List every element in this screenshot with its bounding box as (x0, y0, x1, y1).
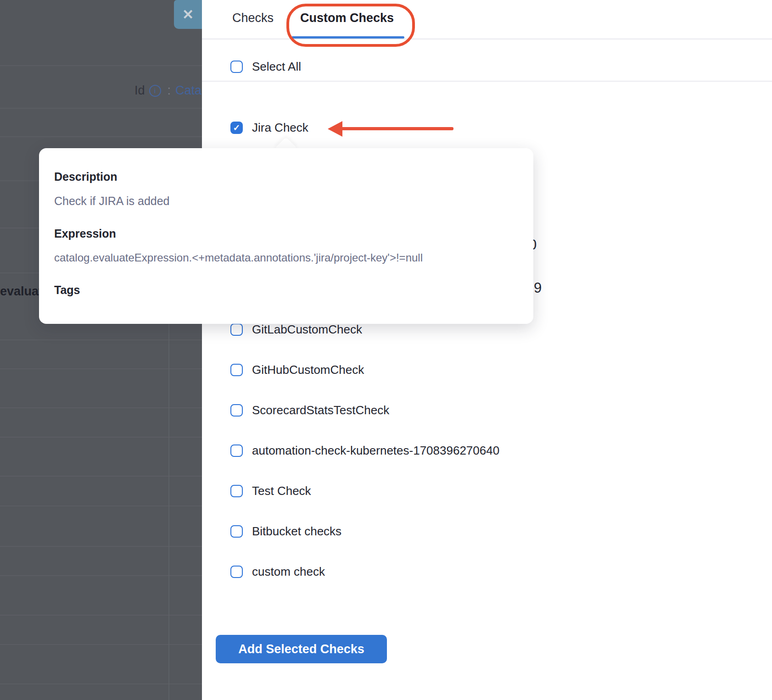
checkbox[interactable] (230, 566, 243, 578)
table-row-line (0, 615, 202, 616)
add-selected-checks-button[interactable]: Add Selected Checks (216, 635, 387, 663)
screen: Id i : Cata evaluat ✕ Checks Custom Chec… (0, 0, 772, 700)
checkbox[interactable] (230, 364, 243, 376)
checkbox[interactable] (230, 485, 243, 497)
check-details-tooltip: Description Check if JIRA is added Expre… (39, 148, 533, 324)
tags-label: Tags (54, 283, 518, 297)
checkbox[interactable] (230, 323, 243, 336)
occluded-row-fragment: 9 (534, 280, 542, 296)
table-row-line (0, 476, 202, 477)
table-row-line (0, 108, 202, 109)
header-colon: : (168, 83, 171, 98)
close-button[interactable]: ✕ (174, 0, 202, 29)
table-row-line (0, 136, 202, 137)
check-label: ScorecardStatsTestCheck (252, 403, 389, 417)
expression-label: Expression (54, 227, 518, 240)
close-icon: ✕ (182, 6, 194, 22)
annotation-arrow-line (340, 127, 453, 130)
select-all-label: Select All (252, 60, 301, 74)
check-label: GitHubCustomCheck (252, 363, 364, 377)
select-all-row[interactable]: Select All (230, 54, 301, 79)
id-column-label: Id (134, 83, 145, 98)
select-all-checkbox[interactable] (230, 61, 243, 73)
check-row[interactable]: automation-check-kubernetes-170839627064… (230, 430, 499, 471)
active-tab-underline (291, 36, 404, 39)
table-cell-fragment: evaluat (0, 284, 43, 299)
check-row[interactable]: Test Check (230, 471, 499, 511)
checkbox[interactable] (230, 444, 243, 457)
table-row-line (0, 575, 202, 576)
checkbox-checked[interactable] (230, 122, 243, 134)
table-row-line (0, 65, 202, 66)
check-label: GitLabCustomCheck (252, 322, 362, 337)
check-label: automation-check-kubernetes-170839627064… (252, 444, 499, 458)
check-label: Test Check (252, 484, 311, 498)
tab-bar-divider (202, 39, 772, 39)
check-row[interactable]: Bitbucket checks (230, 511, 499, 551)
table-row-line (0, 339, 202, 340)
info-icon: i (149, 85, 161, 97)
expression-text: catalog.evaluateExpression.<+metadata.an… (54, 251, 518, 264)
tab-checks[interactable]: Checks (231, 7, 274, 29)
dimmed-background-table: Id i : Cata evaluat (0, 0, 202, 700)
table-header-fragment: Id i : Cata (134, 83, 201, 98)
checkbox[interactable] (230, 525, 243, 538)
table-row-line (0, 644, 202, 645)
check-row[interactable]: custom check (230, 551, 499, 592)
check-row[interactable]: GitHubCustomCheck (230, 350, 499, 390)
check-row[interactable]: Jira Check (230, 115, 308, 140)
check-label: Jira Check (252, 121, 308, 135)
table-row-line (0, 407, 202, 408)
table-row-line (0, 506, 202, 506)
description-label: Description (54, 170, 518, 183)
check-label: custom check (252, 565, 325, 579)
header-value-fragment: Cata (175, 83, 201, 98)
check-label: Bitbucket checks (252, 524, 341, 539)
section-divider (202, 81, 772, 82)
check-row[interactable]: ScorecardStatsTestCheck (230, 390, 499, 430)
table-row-line (0, 368, 202, 369)
checkbox[interactable] (230, 404, 243, 417)
table-row-line (0, 437, 202, 438)
table-column-divider (168, 323, 169, 700)
table-row-line (0, 683, 202, 684)
tab-bar: Checks Custom Checks (231, 7, 395, 29)
table-row-line (0, 546, 202, 547)
jira-check-slot: Jira Check (230, 115, 308, 140)
tab-custom-checks[interactable]: Custom Checks (299, 7, 395, 29)
description-text: Check if JIRA is added (54, 194, 518, 208)
checks-list: GitLabCustomCheckGitHubCustomCheckScorec… (230, 309, 499, 592)
